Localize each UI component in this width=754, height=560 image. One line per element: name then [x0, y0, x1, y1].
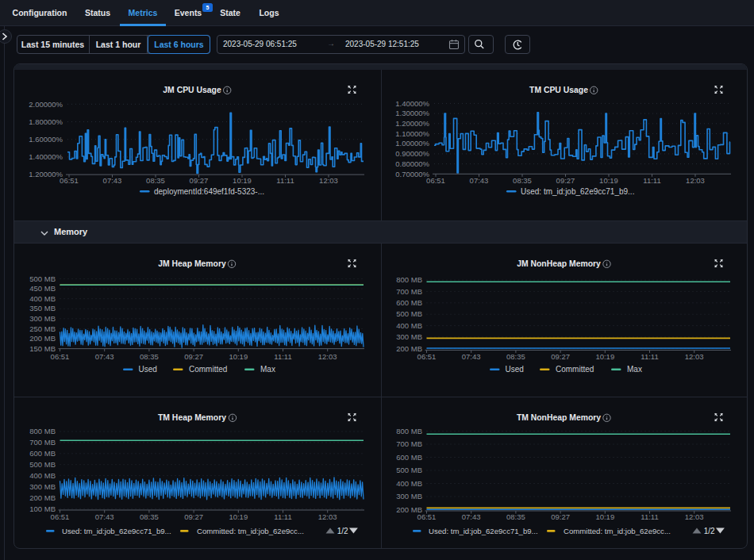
svg-text:800 MB: 800 MB — [396, 275, 422, 284]
svg-text:1/2: 1/2 — [704, 527, 715, 535]
svg-text:11:11: 11:11 — [276, 176, 294, 185]
svg-text:350 MB: 350 MB — [29, 304, 56, 313]
svg-text:500 MB: 500 MB — [396, 309, 422, 318]
svg-text:08:35: 08:35 — [506, 352, 525, 361]
svg-text:12:03: 12:03 — [685, 352, 704, 361]
svg-text:200 MB: 200 MB — [29, 493, 56, 502]
svg-text:12:03: 12:03 — [318, 512, 337, 521]
svg-text:TM Heap Memory: TM Heap Memory — [158, 413, 226, 422]
svg-text:11:11: 11:11 — [641, 512, 658, 521]
svg-text:200 MB: 200 MB — [29, 334, 56, 343]
svg-text:12:03: 12:03 — [318, 352, 337, 361]
svg-text:JM Heap Memory: JM Heap Memory — [158, 259, 226, 268]
svg-text:2.00000%: 2.00000% — [29, 100, 63, 109]
svg-text:Committed: tm_id:job_62e9cc...: Committed: tm_id:job_62e9cc... — [564, 527, 671, 535]
svg-text:10:19: 10:19 — [229, 352, 248, 361]
svg-text:1.20000%: 1.20000% — [395, 119, 429, 128]
svg-text:400 MB: 400 MB — [396, 479, 422, 488]
svg-text:TM NonHeap Memory: TM NonHeap Memory — [517, 413, 601, 422]
svg-text:Committed: tm_id:job_62e9cc...: Committed: tm_id:job_62e9cc... — [197, 527, 304, 535]
svg-text:1.30000%: 1.30000% — [395, 109, 429, 117]
svg-text:TM CPU Usage: TM CPU Usage — [529, 86, 588, 94]
svg-text:0.70000%: 0.70000% — [395, 170, 429, 178]
svg-text:06:51: 06:51 — [51, 352, 70, 361]
svg-text:JM CPU Usage: JM CPU Usage — [163, 86, 221, 94]
svg-text:Max: Max — [627, 365, 642, 374]
svg-text:Max: Max — [260, 365, 275, 374]
svg-text:12:03: 12:03 — [685, 512, 704, 521]
svg-text:08:35: 08:35 — [146, 176, 165, 185]
svg-text:09:27: 09:27 — [184, 512, 203, 521]
svg-text:12:03: 12:03 — [686, 176, 705, 185]
svg-text:450 MB: 450 MB — [29, 284, 56, 293]
svg-text:1.20000%: 1.20000% — [29, 170, 63, 178]
svg-text:1.60000%: 1.60000% — [29, 135, 63, 144]
svg-text:500 MB: 500 MB — [29, 274, 56, 283]
svg-text:400 MB: 400 MB — [29, 471, 56, 480]
svg-text:200 MB: 200 MB — [396, 344, 422, 353]
svg-text:Committed: Committed — [189, 365, 227, 374]
svg-text:500 MB: 500 MB — [29, 460, 56, 469]
svg-text:10:19: 10:19 — [599, 176, 618, 185]
svg-text:08:35: 08:35 — [140, 352, 159, 361]
svg-text:08:35: 08:35 — [506, 512, 525, 521]
svg-text:300 MB: 300 MB — [396, 492, 422, 501]
svg-text:300 MB: 300 MB — [29, 314, 56, 323]
svg-text:Committed: Committed — [556, 365, 594, 374]
svg-text:Used: tm_id:job_62e9cc71_b9...: Used: tm_id:job_62e9cc71_b9... — [429, 527, 538, 535]
svg-text:1.40000%: 1.40000% — [395, 99, 429, 108]
svg-text:08:35: 08:35 — [513, 176, 532, 185]
svg-text:11:11: 11:11 — [643, 176, 660, 185]
svg-text:600 MB: 600 MB — [29, 449, 56, 458]
svg-text:0.80000%: 0.80000% — [395, 159, 429, 168]
svg-text:09:27: 09:27 — [551, 352, 570, 361]
svg-text:700 MB: 700 MB — [396, 439, 422, 448]
svg-text:0.90000%: 0.90000% — [395, 149, 429, 158]
svg-text:10:19: 10:19 — [233, 176, 252, 185]
svg-text:700 MB: 700 MB — [29, 438, 56, 447]
svg-text:06:51: 06:51 — [417, 352, 437, 361]
svg-text:400 MB: 400 MB — [29, 294, 56, 303]
svg-text:06:51: 06:51 — [426, 176, 445, 185]
svg-text:07:43: 07:43 — [462, 512, 481, 521]
svg-text:09:27: 09:27 — [551, 512, 570, 521]
svg-text:1.10000%: 1.10000% — [395, 129, 429, 138]
svg-text:300 MB: 300 MB — [29, 482, 56, 491]
svg-text:400 MB: 400 MB — [396, 321, 422, 330]
svg-text:06:51: 06:51 — [60, 176, 79, 185]
svg-text:10:19: 10:19 — [595, 352, 614, 361]
svg-text:11:11: 11:11 — [641, 352, 658, 361]
svg-text:700 MB: 700 MB — [396, 287, 422, 296]
svg-text:07:43: 07:43 — [462, 352, 481, 361]
svg-text:08:35: 08:35 — [140, 512, 159, 521]
svg-text:07:43: 07:43 — [95, 352, 114, 361]
svg-text:600 MB: 600 MB — [396, 453, 422, 462]
svg-text:10:19: 10:19 — [595, 512, 614, 521]
svg-text:07:43: 07:43 — [470, 176, 489, 185]
svg-text:800 MB: 800 MB — [29, 427, 56, 435]
svg-text:11:11: 11:11 — [274, 352, 291, 361]
svg-text:07:43: 07:43 — [103, 176, 122, 185]
svg-text:JM NonHeap Memory: JM NonHeap Memory — [517, 259, 601, 268]
svg-text:150 MB: 150 MB — [29, 344, 56, 353]
svg-text:500 MB: 500 MB — [396, 466, 422, 474]
svg-text:300 MB: 300 MB — [396, 332, 422, 341]
svg-text:1.00000%: 1.00000% — [395, 139, 429, 148]
svg-text:1.40000%: 1.40000% — [29, 152, 63, 161]
svg-text:12:03: 12:03 — [319, 176, 338, 185]
svg-text:deploymentId:649ef1fd-5323-...: deploymentId:649ef1fd-5323-... — [154, 187, 264, 196]
svg-text:11:11: 11:11 — [274, 512, 291, 521]
svg-text:800 MB: 800 MB — [396, 427, 422, 435]
svg-text:06:51: 06:51 — [51, 512, 70, 521]
svg-text:600 MB: 600 MB — [396, 298, 422, 307]
svg-text:250 MB: 250 MB — [29, 324, 56, 333]
svg-text:1/2: 1/2 — [337, 527, 348, 535]
svg-text:10:19: 10:19 — [229, 512, 248, 521]
svg-text:Used: Used — [139, 365, 157, 374]
svg-text:07:43: 07:43 — [95, 512, 114, 521]
svg-text:09:27: 09:27 — [556, 176, 575, 185]
svg-text:1.80000%: 1.80000% — [29, 117, 63, 126]
svg-text:Used: tm_id:job_62e9cc71_b9...: Used: tm_id:job_62e9cc71_b9... — [521, 187, 634, 196]
svg-text:09:27: 09:27 — [184, 352, 203, 361]
svg-text:Used: tm_id:job_62e9cc71_b9...: Used: tm_id:job_62e9cc71_b9... — [62, 527, 171, 535]
